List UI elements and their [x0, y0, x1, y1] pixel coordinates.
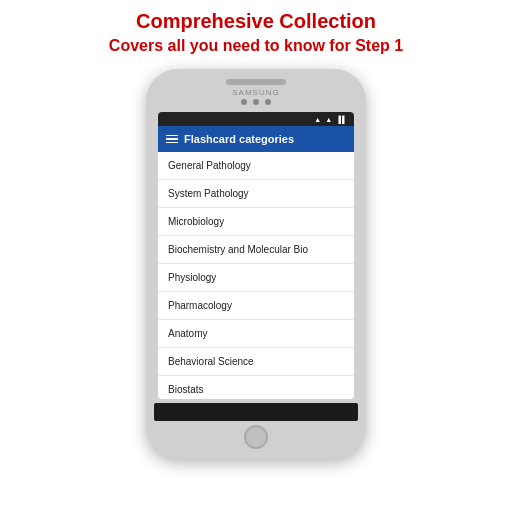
menu-list: General PathologySystem PathologyMicrobi… — [158, 152, 354, 399]
phone-brand: SAMSUNG — [232, 88, 279, 97]
menu-item[interactable]: Biochemistry and Molecular Bio — [158, 236, 354, 264]
app-header: Flashcard categories — [158, 126, 354, 152]
hamburger-icon[interactable] — [166, 135, 178, 144]
phone-sensor2 — [265, 99, 271, 105]
phone-camera — [241, 99, 247, 105]
hamburger-line-1 — [166, 135, 178, 137]
phone-screen: ▲ ▲ ▐▌ Flashcard categories General Path… — [158, 112, 354, 399]
hamburger-line-2 — [166, 138, 178, 140]
phone-shell: SAMSUNG ▲ ▲ ▐▌ Flashcard categories Gene… — [146, 69, 366, 459]
status-icons: ▲ ▲ ▐▌ — [314, 116, 348, 123]
menu-item[interactable]: Biostats — [158, 376, 354, 399]
phone-bottom — [154, 403, 358, 449]
menu-item[interactable]: Physiology — [158, 264, 354, 292]
phone-top-bar: SAMSUNG — [154, 79, 358, 108]
status-bar: ▲ ▲ ▐▌ — [158, 112, 354, 126]
app-header-title: Flashcard categories — [184, 133, 294, 145]
menu-item[interactable]: Pharmacology — [158, 292, 354, 320]
hamburger-line-3 — [166, 142, 178, 144]
menu-item[interactable]: Behavioral Science — [158, 348, 354, 376]
phone-speaker — [226, 79, 286, 85]
phone-sensor — [253, 99, 259, 105]
menu-item[interactable]: System Pathology — [158, 180, 354, 208]
menu-item[interactable]: Microbiology — [158, 208, 354, 236]
phone-bottom-bar — [154, 403, 358, 421]
phone-home-button[interactable] — [244, 425, 268, 449]
page-header: Comprehesive Collection Covers all you n… — [109, 10, 403, 63]
main-title-1: Comprehesive Collection — [109, 10, 403, 33]
phone-camera-row — [241, 99, 271, 105]
main-title-2: Covers all you need to know for Step 1 — [109, 37, 403, 55]
menu-item[interactable]: General Pathology — [158, 152, 354, 180]
menu-item[interactable]: Anatomy — [158, 320, 354, 348]
